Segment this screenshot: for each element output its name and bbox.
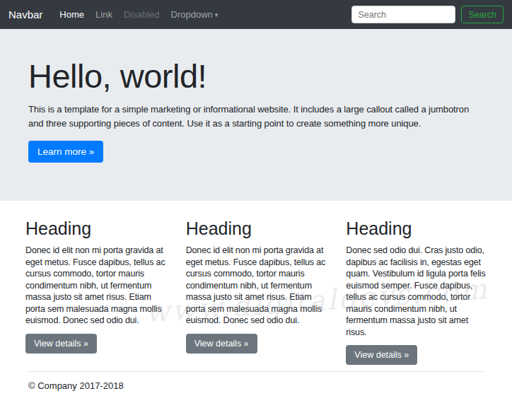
search-input[interactable] bbox=[351, 6, 455, 23]
column-1: Heading Donec id elit non mi porta gravi… bbox=[16, 218, 176, 365]
content-columns: Heading Donec id elit non mi porta gravi… bbox=[16, 218, 496, 365]
nav-item-dropdown[interactable]: Dropdown▾ bbox=[165, 6, 224, 23]
navbar-search-form: Search bbox=[351, 6, 504, 23]
caret-down-icon: ▾ bbox=[215, 11, 219, 18]
navbar: Navbar Home Link Disabled Dropdown▾ Sear… bbox=[0, 0, 512, 29]
column-2: Heading Donec id elit non mi porta gravi… bbox=[176, 218, 337, 365]
navbar-links: Home Link Disabled Dropdown▾ bbox=[54, 6, 223, 23]
learn-more-button[interactable]: Learn more » bbox=[28, 141, 103, 163]
column-2-text: Donec id elit non mi porta gravida at eg… bbox=[186, 245, 327, 327]
nav-item-home[interactable]: Home bbox=[54, 6, 90, 23]
hero-lead: This is a template for a simple marketin… bbox=[28, 103, 484, 131]
column-1-text: Donec id elit non mi porta gravida at eg… bbox=[25, 245, 166, 327]
column-2-heading: Heading bbox=[186, 218, 252, 239]
column-3-text: Donec sed odio dui. Cras justo odio, dap… bbox=[346, 245, 487, 338]
footer-divider bbox=[28, 371, 484, 372]
jumbotron: Hello, world! This is a template for a s… bbox=[0, 29, 512, 201]
footer: © Company 2017-2018 bbox=[0, 371, 512, 391]
view-details-button-1[interactable]: View details » bbox=[25, 334, 97, 354]
view-details-button-3[interactable]: View details » bbox=[346, 345, 417, 365]
column-3: Heading Donec sed odio dui. Cras justo o… bbox=[336, 218, 496, 365]
view-details-button-2[interactable]: View details » bbox=[186, 334, 257, 354]
nav-item-disabled: Disabled bbox=[118, 6, 165, 23]
footer-copyright: © Company 2017-2018 bbox=[0, 380, 512, 391]
nav-item-dropdown-label: Dropdown bbox=[171, 9, 213, 20]
column-1-heading: Heading bbox=[25, 218, 91, 239]
navbar-brand[interactable]: Navbar bbox=[8, 8, 42, 21]
search-button[interactable]: Search bbox=[461, 6, 504, 23]
hero-title: Hello, world! bbox=[28, 57, 484, 95]
nav-item-link[interactable]: Link bbox=[90, 6, 118, 23]
column-3-heading: Heading bbox=[346, 218, 412, 239]
